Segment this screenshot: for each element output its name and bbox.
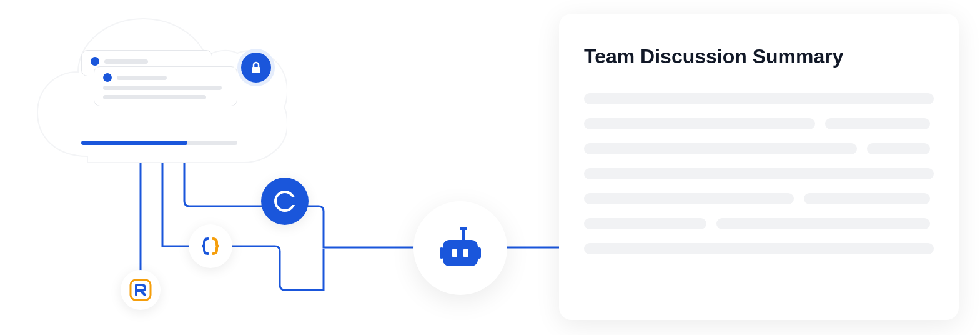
progress-fill <box>81 141 187 145</box>
svg-rect-10 <box>463 249 468 258</box>
avatar-icon <box>91 57 99 66</box>
text-placeholder <box>584 168 934 179</box>
svg-rect-2 <box>291 198 297 205</box>
robot-icon <box>433 221 487 275</box>
text-placeholder <box>117 76 167 80</box>
svg-rect-4 <box>443 240 478 266</box>
text-placeholder <box>104 59 148 64</box>
lock-icon <box>237 49 275 86</box>
text-placeholder <box>103 86 222 90</box>
text-placeholder <box>804 193 930 204</box>
svg-rect-5 <box>440 248 443 259</box>
avatar-icon <box>103 73 112 82</box>
braces-icon <box>200 236 221 257</box>
r-icon <box>128 278 153 302</box>
text-placeholder <box>584 93 934 104</box>
node-r <box>121 270 161 310</box>
text-placeholder <box>584 243 934 254</box>
summary-card: Team Discussion Summary <box>559 14 959 320</box>
svg-rect-0 <box>252 67 260 73</box>
svg-rect-9 <box>452 249 457 258</box>
text-placeholder <box>716 218 930 229</box>
summary-title: Team Discussion Summary <box>584 45 934 68</box>
text-placeholder <box>825 118 930 129</box>
text-placeholder <box>867 143 930 154</box>
node-braces <box>189 224 232 268</box>
c-icon <box>272 189 297 214</box>
svg-rect-6 <box>477 248 481 259</box>
progress-bar <box>81 141 237 145</box>
text-placeholder <box>584 193 794 204</box>
summary-content <box>584 93 934 254</box>
robot-node <box>413 201 507 295</box>
text-placeholder <box>584 218 706 229</box>
svg-rect-7 <box>462 229 465 240</box>
text-placeholder <box>584 118 815 129</box>
message-card <box>94 66 237 106</box>
node-c <box>261 178 309 225</box>
svg-rect-8 <box>460 228 467 230</box>
text-placeholder <box>584 143 857 154</box>
text-placeholder <box>103 95 206 99</box>
